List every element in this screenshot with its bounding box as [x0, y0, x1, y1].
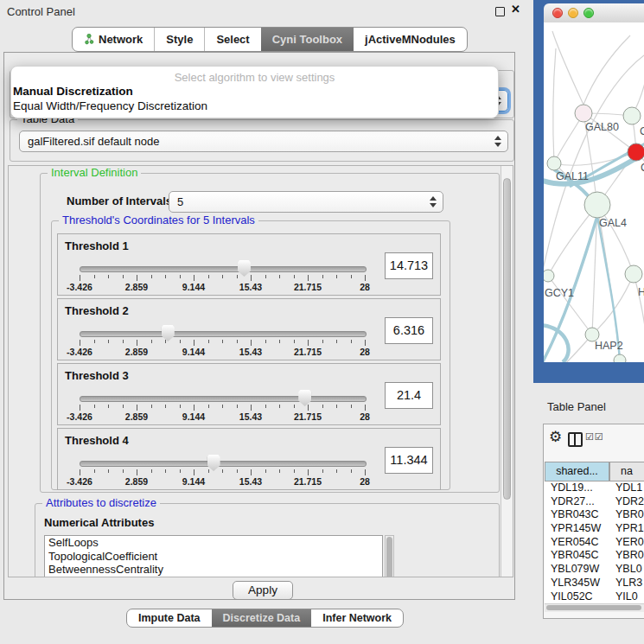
threshold-value-field[interactable]: 11.344	[385, 447, 433, 474]
network-edge	[544, 325, 569, 362]
tab-discretize-data[interactable]: Discretize Data	[212, 609, 312, 627]
table-data-group: Table Data galFiltered.sif default node	[10, 119, 514, 162]
node-label: GAL4	[599, 217, 627, 229]
table-row[interactable]: YPR145WYPR1	[545, 522, 644, 536]
tick-label: 21.715	[294, 347, 322, 357]
number-of-intervals-value: 5	[177, 195, 183, 208]
slider-thumb[interactable]	[298, 390, 311, 406]
float-icon[interactable]	[495, 7, 505, 16]
network-node-gal4[interactable]	[584, 192, 610, 218]
column-view-icon[interactable]	[568, 432, 583, 447]
settings-vertical-scrollbar[interactable]	[501, 166, 513, 577]
table-row[interactable]: YDL19...YDL1	[545, 481, 644, 495]
threshold-slider[interactable]: -3.4262.8599.14415.4321.71528	[80, 429, 365, 491]
tick-mark	[94, 340, 95, 343]
table-row[interactable]: YDR27...YDR2	[545, 495, 644, 509]
table-horizontal-scrollbar[interactable]	[545, 603, 644, 612]
tab-jactivemnodules[interactable]: jActiveMNodules	[354, 28, 467, 51]
network-node-c[interactable]	[628, 143, 644, 161]
cell-shared-name: YER054C	[545, 536, 609, 550]
table-row[interactable]: YBL079WYBL0	[545, 563, 644, 577]
tab-style[interactable]: Style	[155, 28, 205, 51]
table-row[interactable]: YIL052CYIL0	[545, 590, 644, 604]
tick-mark	[194, 275, 194, 281]
interval-definition-group: Interval Definition Number of Intervals …	[40, 173, 500, 493]
tick-mark	[137, 275, 137, 281]
column-header-shared[interactable]: shared...	[545, 462, 609, 481]
network-node-gal11[interactable]	[547, 156, 561, 170]
zoom-traffic-light-icon[interactable]	[583, 8, 594, 18]
algorithm-dropdown-popup: Select algorithm to view settings Manual…	[10, 66, 499, 118]
algorithm-option-equal-width-frequency-discretization[interactable]: Equal Width/Frequency Discretization	[11, 99, 498, 113]
cell-shared-name: YDR27...	[545, 495, 609, 509]
slider-track[interactable]	[80, 266, 367, 272]
algorithm-placeholder: Select algorithm to view settings	[11, 71, 498, 84]
network-node-gal80[interactable]	[575, 105, 592, 122]
column-header-name[interactable]: na	[609, 462, 644, 481]
slider-track[interactable]	[80, 331, 367, 337]
cyni-bottom-tab-bar: Impute DataDiscretize DataInfer Network	[126, 609, 404, 628]
cell-name: YDL1	[609, 481, 642, 495]
scrollbar-thumb[interactable]	[503, 178, 511, 500]
threshold-value-field[interactable]: 6.316	[385, 317, 433, 344]
table-data-combobox[interactable]: galFiltered.sif default node	[19, 131, 508, 152]
tick-mark	[336, 340, 337, 343]
scrollbar-thumb[interactable]	[386, 537, 392, 577]
tab-infer-network[interactable]: Infer Network	[311, 609, 403, 627]
table-row[interactable]: YBR043CYBR0	[545, 508, 644, 522]
attribute-item-selfloops[interactable]: SelfLoops	[45, 536, 382, 550]
gear-icon[interactable]: ⚙	[549, 430, 562, 444]
tick-mark	[265, 469, 266, 473]
algorithm-option-manual-discretization[interactable]: Manual Discretization	[11, 84, 498, 99]
control-panel-title: Control Panel	[7, 5, 75, 18]
tick-label: 21.715	[294, 476, 322, 487]
tab-impute-data[interactable]: Impute Data	[127, 609, 212, 627]
tab-select[interactable]: Select	[205, 28, 260, 51]
slider-thumb[interactable]	[162, 325, 175, 341]
threshold-panel-4: Threshold 4-3.4262.8599.14415.4321.71528…	[57, 428, 441, 490]
slider-thumb[interactable]	[207, 455, 220, 471]
network-node-gcy1[interactable]	[544, 270, 554, 282]
threshold-value-field[interactable]: 14.713	[385, 252, 433, 279]
slider-track[interactable]	[80, 461, 367, 467]
attribute-item-topologicalcoefficient[interactable]: TopologicalCoefficient	[45, 550, 382, 564]
table-row[interactable]: YER054CYER0	[545, 536, 644, 550]
cell-shared-name: YPR145W	[545, 522, 609, 536]
table-panel: ⚙ ☑☑ shared... na YDL19...YDL1YDR27...YD…	[543, 424, 644, 619]
network-node[interactable]	[614, 354, 626, 362]
scrollbar-thumb[interactable]	[546, 605, 641, 610]
slider-thumb[interactable]	[238, 260, 251, 277]
minimize-traffic-light-icon[interactable]	[568, 8, 578, 18]
table-row[interactable]: YBR045CYBR0	[545, 549, 644, 563]
algorithm-options: Manual DiscretizationEqual Width/Frequen…	[11, 84, 498, 113]
attributes-scrollbar[interactable]	[385, 535, 394, 577]
tick-mark	[151, 340, 152, 343]
threshold-slider[interactable]: -3.4262.8599.14415.4321.71528	[80, 364, 365, 426]
tick-label: -3.426	[67, 282, 92, 292]
node-label: GAL11	[556, 170, 589, 182]
threshold-slider[interactable]: -3.4262.8599.14415.4321.71528	[80, 234, 365, 296]
threshold-value-field[interactable]: 21.4	[385, 382, 433, 409]
tick-mark	[237, 405, 238, 408]
tick-mark	[208, 469, 209, 473]
tab-network[interactable]: Network	[73, 28, 155, 51]
attribute-item-betweennesscentrality[interactable]: BetweennessCentrality	[45, 563, 382, 577]
network-window-titlebar[interactable]	[544, 3, 644, 23]
select-all-checkbox-icons[interactable]: ☑☑	[585, 431, 604, 443]
apply-button[interactable]: Apply	[233, 581, 293, 600]
number-of-intervals-combobox[interactable]: 5	[169, 191, 443, 213]
tab-cyni-toolbox[interactable]: Cyni Toolbox	[261, 28, 354, 51]
close-traffic-light-icon[interactable]	[552, 8, 563, 18]
tab-label: Cyni Toolbox	[272, 29, 342, 50]
table-row[interactable]: YLR345WYLR3	[545, 577, 644, 590]
network-node-h[interactable]	[625, 265, 642, 283]
tick-mark	[308, 469, 309, 475]
slider-track[interactable]	[80, 396, 367, 402]
tick-mark	[336, 469, 337, 473]
tick-label: 15.43	[239, 476, 262, 487]
network-node-ga[interactable]	[623, 107, 641, 124]
network-canvas[interactable]: GAL80GACGAL11GAL4GCY1HHAP2	[544, 22, 644, 362]
cell-name: YBR0	[609, 508, 644, 522]
close-icon[interactable]: ✕	[511, 3, 520, 16]
threshold-slider[interactable]: -3.4262.8599.14415.4321.71528	[80, 299, 365, 361]
